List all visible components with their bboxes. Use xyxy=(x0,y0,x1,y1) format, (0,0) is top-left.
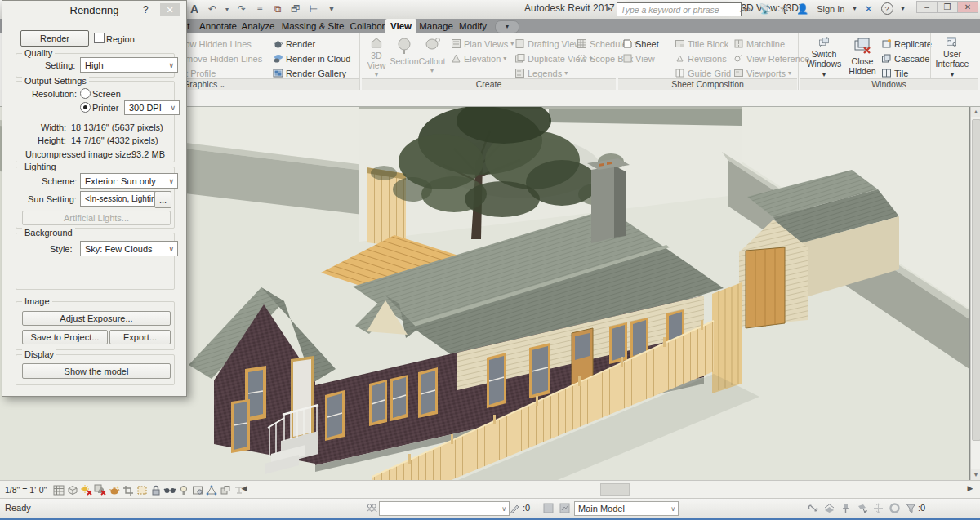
sign-in-button[interactable]: Sign In xyxy=(817,4,844,14)
switch-windows-qat-icon[interactable]: 🗗 xyxy=(289,3,302,15)
3d-view-button[interactable]: 3D View▾ xyxy=(363,36,390,78)
status-square-icon-2[interactable] xyxy=(559,502,571,514)
scroll-up-arrow[interactable]: ▲ xyxy=(971,106,980,117)
tab-massing-site[interactable]: Massing & Site xyxy=(278,19,347,33)
user-icon[interactable]: 👤 xyxy=(796,3,808,15)
visual-style-icon[interactable] xyxy=(65,483,79,496)
tab-manage[interactable]: Manage xyxy=(417,19,455,33)
help-icon[interactable]: ? xyxy=(881,2,893,15)
quality-setting-select[interactable]: High∨ xyxy=(80,57,178,73)
view-properties-icon[interactable] xyxy=(190,483,204,496)
minimize-button[interactable]: – xyxy=(916,1,938,13)
cascade-button[interactable]: Cascade xyxy=(881,51,929,65)
revisions-button[interactable]: Revisions xyxy=(675,51,727,65)
close-hidden-button[interactable]: Close Hidden xyxy=(847,36,878,78)
dialog-close-icon[interactable]: ✕ xyxy=(160,3,180,16)
sheet-button[interactable]: Sheet xyxy=(622,37,659,51)
revit-logo[interactable]: A xyxy=(188,2,201,16)
dpi-select[interactable]: 300 DPI∨ xyxy=(124,100,180,115)
undo-icon[interactable]: ↶ xyxy=(206,3,219,15)
design-options-select[interactable]: Main Model∨ xyxy=(574,501,679,516)
save-to-project-button[interactable]: Save to Project... xyxy=(22,330,108,344)
panel-display-toggle-icon[interactable]: ▾ xyxy=(495,20,519,33)
qat-customize-icon[interactable]: ▼ xyxy=(325,5,338,13)
select-underlay-icon[interactable] xyxy=(823,502,835,514)
status-square-icon-1[interactable] xyxy=(542,502,555,514)
tab-annotate[interactable]: Annotate xyxy=(196,19,240,33)
detail-level-icon[interactable] xyxy=(51,483,65,496)
thin-lines-icon[interactable]: ≡ xyxy=(253,3,266,15)
communication-center-icon[interactable]: 📡 xyxy=(759,3,771,15)
vertical-scrollbar[interactable]: ▲ ▼ xyxy=(970,106,980,480)
analytical-model-icon[interactable] xyxy=(204,483,218,496)
adjust-exposure-button[interactable]: Adjust Exposure... xyxy=(22,311,171,326)
crop-region-icon[interactable] xyxy=(135,483,149,496)
show-the-model-button[interactable]: Show the model xyxy=(22,363,171,379)
shadows-icon[interactable] xyxy=(93,483,107,496)
scroll-down-arrow[interactable]: ▼ xyxy=(971,469,980,480)
select-pinned-icon[interactable] xyxy=(840,502,852,514)
select-links-icon[interactable] xyxy=(807,502,819,514)
exchange-apps-icon[interactable]: ✕ xyxy=(864,3,872,15)
infocenter-collapse-icon[interactable]: ▸ xyxy=(608,4,612,12)
dialog-help-icon[interactable]: ? xyxy=(143,4,149,16)
redo-icon[interactable]: ↷ xyxy=(235,3,248,15)
horizontal-scroll-thumb[interactable] xyxy=(600,483,630,496)
vertical-scroll-thumb[interactable] xyxy=(972,119,980,441)
sun-setting-browse-button[interactable]: ... xyxy=(154,191,172,208)
title-block-button[interactable]: Title Block xyxy=(675,37,728,51)
select-by-face-icon[interactable] xyxy=(856,502,868,514)
close-inactive-views-icon[interactable]: ⧉ xyxy=(271,3,284,15)
reveal-hidden-icon[interactable] xyxy=(176,483,190,496)
hscroll-right-arrow[interactable]: ▶ xyxy=(965,482,975,496)
sun-setting-field[interactable]: <In-session, Lighting> xyxy=(80,191,159,207)
export-button[interactable]: Export... xyxy=(109,330,171,344)
exclude-options-icon[interactable] xyxy=(889,502,901,514)
displacement-sets-icon[interactable] xyxy=(218,483,232,496)
undo-dropdown-icon[interactable]: ▾ xyxy=(224,6,230,13)
tab-view[interactable]: View xyxy=(385,19,416,33)
favorites-star-icon[interactable]: ☆ xyxy=(779,3,788,15)
filter-icon[interactable] xyxy=(905,502,917,514)
drafting-view-button[interactable]: Drafting View xyxy=(514,37,581,51)
search-icon[interactable]: ⌕⌕ xyxy=(740,3,751,15)
hide-isolate-icon[interactable] xyxy=(163,483,176,496)
background-style-select[interactable]: Sky: Few Clouds∨ xyxy=(80,241,178,256)
hscroll-left-arrow[interactable]: ◀ xyxy=(239,482,249,496)
user-interface-button[interactable]: User Interface ▾ xyxy=(933,36,971,78)
help-dropdown-icon[interactable]: ▾ xyxy=(902,5,905,12)
render-button[interactable]: Render xyxy=(20,30,89,47)
render-in-cloud-button[interactable]: Render in Cloud xyxy=(273,51,351,65)
maximize-button[interactable]: ❐ xyxy=(937,1,958,13)
drag-on-selection-icon[interactable] xyxy=(872,502,884,514)
section-button[interactable]: Section xyxy=(391,36,417,78)
active-workset-select[interactable]: ∨ xyxy=(379,501,510,516)
lighting-scheme-select[interactable]: Exterior: Sun only∨ xyxy=(80,173,178,189)
lock-view-icon[interactable] xyxy=(149,483,163,496)
remove-hidden-lines-button[interactable]: Remove Hidden Lines xyxy=(174,51,262,65)
elevation-button[interactable]: Elevation▾ xyxy=(451,51,506,65)
render-button-ribbon[interactable]: Render xyxy=(273,37,315,51)
view-reference-button[interactable]: View Reference xyxy=(733,51,809,65)
resolution-printer-radio[interactable] xyxy=(80,102,91,113)
crop-view-icon[interactable] xyxy=(121,483,135,496)
plan-views-button[interactable]: Plan Views▾ xyxy=(451,37,514,51)
region-checkbox[interactable] xyxy=(94,33,105,43)
scale-button[interactable]: 1/8" = 1'-0" xyxy=(0,485,51,495)
resolution-screen-radio[interactable] xyxy=(80,88,91,99)
sheet-view-button[interactable]: View xyxy=(622,51,655,65)
replicate-button[interactable]: Replicate xyxy=(881,37,932,51)
tab-modify[interactable]: Modify xyxy=(455,19,491,33)
artificial-lights-button[interactable]: Artificial Lights... xyxy=(22,211,171,225)
sign-in-dropdown-icon[interactable]: ▾ xyxy=(853,5,856,12)
tab-analyze[interactable]: Analyze xyxy=(238,19,278,33)
callout-button[interactable]: Callout▾ xyxy=(419,36,445,78)
editing-requests-icon[interactable] xyxy=(509,502,521,514)
matchline-button[interactable]: Matchline xyxy=(733,37,785,51)
sun-path-icon[interactable] xyxy=(79,483,93,496)
measure-icon[interactable]: ⊢ xyxy=(307,3,320,15)
close-button[interactable]: ✕ xyxy=(957,1,978,13)
switch-windows-button[interactable]: Switch Windows ▾ xyxy=(804,36,844,78)
search-input[interactable]: Type a keyword or phrase xyxy=(617,2,742,16)
rendering-dialog-icon[interactable] xyxy=(107,483,121,496)
